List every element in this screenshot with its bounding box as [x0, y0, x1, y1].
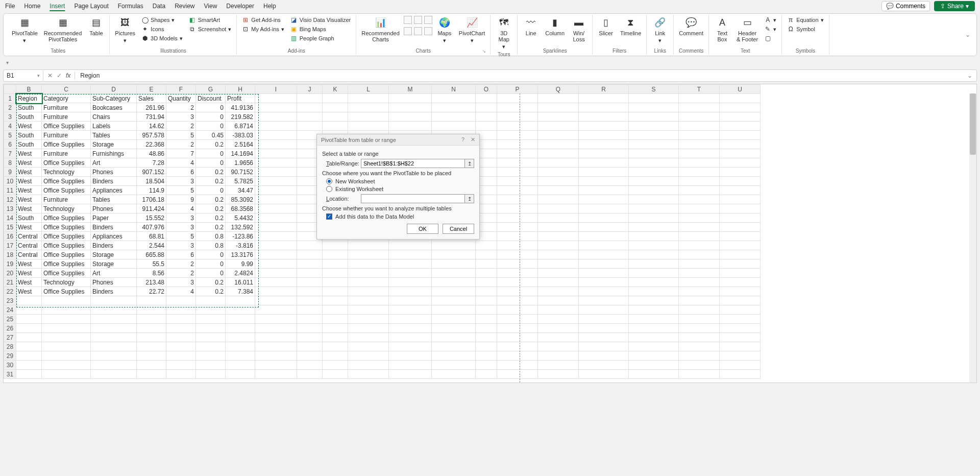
row-header-13[interactable]: 13	[4, 204, 16, 213]
cell[interactable]	[323, 241, 348, 250]
cell[interactable]: 90.7152	[226, 168, 255, 177]
name-box[interactable]: B1 ▾	[4, 71, 43, 80]
col-header-C[interactable]: C	[42, 85, 91, 94]
row-header-26[interactable]: 26	[4, 324, 16, 333]
row-header-5[interactable]: 5	[4, 131, 16, 140]
cell[interactable]	[476, 361, 497, 370]
cell[interactable]	[720, 269, 761, 278]
col-header-Q[interactable]: Q	[538, 85, 579, 94]
cell[interactable]	[629, 351, 679, 361]
cell[interactable]	[629, 112, 679, 122]
cell[interactable]	[497, 287, 538, 296]
cell[interactable]	[629, 287, 679, 296]
cell[interactable]: 7.384	[226, 287, 255, 296]
cell[interactable]: 68.81	[137, 232, 166, 241]
row-header-9[interactable]: 9	[4, 168, 16, 177]
menu-view[interactable]: View	[204, 3, 217, 10]
cell[interactable]	[91, 315, 137, 324]
cell[interactable]	[476, 333, 497, 342]
col-header-R[interactable]: R	[579, 85, 629, 94]
cell[interactable]: Technology	[42, 204, 91, 213]
cell[interactable]	[432, 278, 476, 287]
cell[interactable]	[679, 370, 720, 379]
cell[interactable]	[255, 269, 297, 278]
cell[interactable]: 15.552	[137, 213, 166, 223]
3dmap-button[interactable]: 🗺3D Map▾	[494, 16, 514, 51]
cell[interactable]: Binders	[91, 177, 137, 186]
cell[interactable]: 0.2	[196, 168, 226, 177]
cell[interactable]: West	[16, 278, 42, 287]
cell[interactable]: 2.4824	[226, 269, 255, 278]
cell[interactable]	[720, 333, 761, 342]
cell[interactable]	[348, 315, 389, 324]
cell[interactable]	[497, 140, 538, 149]
cell[interactable]	[91, 342, 137, 351]
cell[interactable]: 68.3568	[226, 204, 255, 213]
cell[interactable]: West	[16, 168, 42, 177]
cell[interactable]: Office Supplies	[42, 241, 91, 250]
peoplegraph-button[interactable]: ▥People Graph	[288, 34, 353, 42]
cell[interactable]	[629, 168, 679, 177]
cell[interactable]	[720, 351, 761, 361]
cell[interactable]	[255, 213, 297, 223]
cell[interactable]	[91, 361, 137, 370]
cell[interactable]	[255, 112, 297, 122]
cell[interactable]	[497, 149, 538, 158]
comments-button[interactable]: 💬 Comments	[881, 1, 930, 11]
cell[interactable]	[226, 315, 255, 324]
cell[interactable]	[42, 333, 91, 342]
cell[interactable]	[629, 232, 679, 241]
cell[interactable]	[476, 305, 497, 315]
cell[interactable]	[255, 140, 297, 149]
cell[interactable]: West	[16, 223, 42, 232]
cell[interactable]: Central	[16, 232, 42, 241]
cell[interactable]	[497, 213, 538, 223]
cell[interactable]	[476, 370, 497, 379]
help-icon[interactable]: ?	[461, 136, 464, 143]
cell[interactable]	[497, 177, 538, 186]
cell[interactable]	[629, 241, 679, 250]
cell[interactable]	[679, 259, 720, 269]
chart-pie-button[interactable]	[424, 16, 432, 24]
cell[interactable]	[538, 103, 579, 112]
cell[interactable]: West	[16, 204, 42, 213]
cell[interactable]	[579, 305, 629, 315]
cell[interactable]: 0	[196, 269, 226, 278]
cell[interactable]	[497, 204, 538, 213]
cell[interactable]	[497, 250, 538, 259]
cell[interactable]	[720, 223, 761, 232]
cell[interactable]	[348, 342, 389, 351]
cell[interactable]: 1.9656	[226, 158, 255, 168]
cell[interactable]: 18.504	[137, 177, 166, 186]
cell[interactable]	[297, 269, 323, 278]
cell[interactable]: Binders	[91, 287, 137, 296]
menu-formulas[interactable]: Formulas	[118, 3, 143, 10]
cell[interactable]: 5.7825	[226, 177, 255, 186]
my-addins-button[interactable]: ⊡My Add-ins▾	[240, 25, 286, 33]
cell[interactable]: Chairs	[91, 112, 137, 122]
cell[interactable]	[679, 232, 720, 241]
cell[interactable]	[629, 186, 679, 195]
cell[interactable]	[297, 315, 323, 324]
cell[interactable]	[196, 305, 226, 315]
cell[interactable]	[579, 158, 629, 168]
cell[interactable]	[432, 269, 476, 278]
cell[interactable]	[538, 186, 579, 195]
cell[interactable]	[166, 305, 196, 315]
cell[interactable]	[579, 269, 629, 278]
cell[interactable]	[137, 351, 166, 361]
cell[interactable]	[16, 351, 42, 361]
cell[interactable]: Office Supplies	[42, 186, 91, 195]
cell[interactable]	[679, 149, 720, 158]
table-button[interactable]: ▤Table	[86, 16, 106, 37]
cell[interactable]	[679, 241, 720, 250]
cell[interactable]	[720, 168, 761, 177]
cell[interactable]: 9	[166, 195, 196, 204]
cell[interactable]	[255, 204, 297, 213]
row-header-30[interactable]: 30	[4, 361, 16, 370]
cell[interactable]: 0.45	[196, 131, 226, 140]
cell[interactable]: Furniture	[42, 195, 91, 204]
cell[interactable]	[226, 361, 255, 370]
cell[interactable]: 48.86	[137, 149, 166, 158]
cell[interactable]: 0.2	[196, 223, 226, 232]
